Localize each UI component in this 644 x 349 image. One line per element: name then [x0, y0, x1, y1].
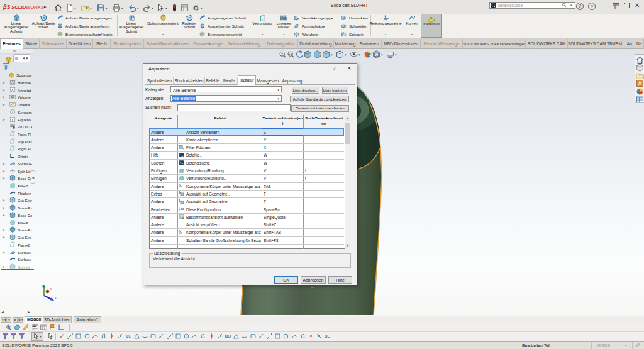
svg-text:x: x — [50, 287, 52, 291]
svg-text:Σ: Σ — [11, 117, 14, 121]
svg-text:z: z — [55, 296, 57, 299]
